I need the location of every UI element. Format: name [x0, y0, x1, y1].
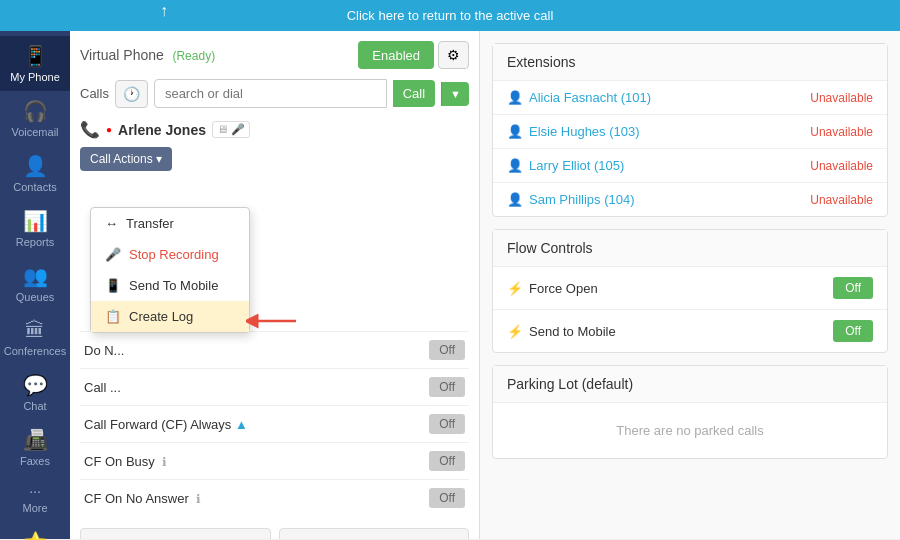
sidebar-item-my-phone[interactable]: 📱 My Phone [0, 36, 70, 91]
do-not-disturb-toggle[interactable]: Off [429, 340, 465, 360]
sidebar-item-reports[interactable]: 📊 Reports [0, 201, 70, 256]
vphone-title: Virtual Phone [80, 47, 164, 63]
force-open-toggle[interactable]: Off [833, 277, 873, 299]
ext-elsie-name: 👤 Elsie Hughes (103) [507, 124, 640, 139]
smart-monitoring-button[interactable]: ⚙ Configure Smart Monitoring [279, 528, 470, 539]
virtual-phone-header: Virtual Phone (Ready) Enabled ⚙ [80, 41, 469, 69]
sidebar-item-voicemail[interactable]: 🎧 Voicemail [0, 91, 70, 146]
cf-no-answer-row: CF On No Answer ℹ Off [80, 479, 469, 516]
call-recording-row: Call ... Off [80, 368, 469, 405]
sidebar-item-contacts[interactable]: 👤 Contacts [0, 146, 70, 201]
call-recording-label: Call ... [84, 380, 121, 395]
sidebar: 📱 My Phone 🎧 Voicemail 👤 Contacts 📊 Repo… [0, 31, 70, 539]
do-not-disturb-label: Do N... [84, 343, 124, 358]
extensions-card: Extensions 👤 Alicia Fasnacht (101) Unava… [492, 43, 888, 217]
cf-no-answer-label: CF On No Answer ℹ [84, 491, 201, 506]
sidebar-label-more: More [22, 502, 47, 514]
stop-recording-icon: 🎤 [105, 247, 121, 262]
sidebar-item-more[interactable]: ··· More [0, 475, 70, 522]
call-dropdown-button[interactable]: ▼ [441, 82, 469, 106]
admin-icon: ⭐ [23, 530, 48, 540]
queues-icon: 👥 [23, 264, 48, 288]
parking-lot-empty: There are no parked calls [493, 403, 887, 458]
faxes-icon: 📠 [23, 428, 48, 452]
vphone-title-group: Virtual Phone (Ready) [80, 47, 215, 63]
recording-dot: ● [106, 124, 112, 135]
call-actions-container: Call Actions ▾ ↔ Transfer 🎤 Stop Recordi… [80, 147, 469, 171]
flow-icon-send-mobile: ⚡ [507, 324, 523, 339]
ext-larry-name: 👤 Larry Elliot (105) [507, 158, 624, 173]
ext-alicia-name: 👤 Alicia Fasnacht (101) [507, 90, 651, 105]
stop-recording-label: Stop Recording [129, 247, 219, 262]
ext-sam-status: Unavailable [810, 193, 873, 207]
person-icon-elsie: 👤 [507, 124, 523, 139]
phone-icon: 📱 [23, 44, 48, 68]
call-actions-button[interactable]: Call Actions ▾ [80, 147, 172, 171]
cf-on-busy-label: CF On Busy ℹ [84, 454, 167, 469]
extensions-header: Extensions [493, 44, 887, 81]
ext-row-alicia: 👤 Alicia Fasnacht (101) Unavailable [493, 81, 887, 115]
create-log-label: Create Log [129, 309, 193, 324]
send-to-mobile-icon: 📱 [105, 278, 121, 293]
sidebar-item-admin[interactable]: ⭐ Admin [0, 522, 70, 540]
follow-me-settings-button[interactable]: ⚙ Follow Me Settings [80, 528, 271, 539]
do-not-disturb-row: Do N... Off [80, 331, 469, 368]
call-history-button[interactable]: 🕐 [115, 80, 148, 108]
ext-larry-status: Unavailable [810, 159, 873, 173]
sidebar-label-contacts: Contacts [13, 181, 56, 193]
active-call-phone-icon: 📞 [80, 120, 100, 139]
send-to-mobile-toggle[interactable]: Off [833, 320, 873, 342]
active-call-row: 📞 ● Arlene Jones 🖥 🎤 [80, 120, 469, 139]
cf-on-busy-toggle[interactable]: Off [429, 451, 465, 471]
cf-no-answer-toggle[interactable]: Off [429, 488, 465, 508]
chat-icon: 💬 [23, 373, 48, 397]
ext-row-sam: 👤 Sam Phillips (104) Unavailable [493, 183, 887, 216]
sidebar-item-chat[interactable]: 💬 Chat [0, 365, 70, 420]
flow-icon-force-open: ⚡ [507, 281, 523, 296]
ext-row-elsie: 👤 Elsie Hughes (103) Unavailable [493, 115, 887, 149]
sidebar-label-reports: Reports [16, 236, 55, 248]
call-actions-label: Call Actions ▾ [90, 152, 162, 166]
call-forward-always-toggle[interactable]: Off [429, 414, 465, 434]
vphone-controls: Enabled ⚙ [358, 41, 469, 69]
force-open-label: ⚡ Force Open [507, 281, 598, 296]
person-icon-sam: 👤 [507, 192, 523, 207]
create-log-menu-item[interactable]: 📋 Create Log [91, 301, 249, 332]
more-icon: ··· [29, 483, 41, 499]
flow-controls-card: Flow Controls ⚡ Force Open Off ⚡ Send to… [492, 229, 888, 353]
return-to-call-bar[interactable]: ↑ Click here to return to the active cal… [0, 0, 900, 31]
send-to-mobile-row: ⚡ Send to Mobile Off [493, 310, 887, 352]
force-open-row: ⚡ Force Open Off [493, 267, 887, 310]
sidebar-item-faxes[interactable]: 📠 Faxes [0, 420, 70, 475]
send-to-mobile-label: Send To Mobile [129, 278, 218, 293]
call-recording-toggle[interactable]: Off [429, 377, 465, 397]
left-panel: Virtual Phone (Ready) Enabled ⚙ Calls 🕐 … [70, 31, 480, 539]
conferences-icon: 🏛 [25, 319, 45, 342]
transfer-menu-item[interactable]: ↔ Transfer [91, 208, 249, 239]
calls-label: Calls [80, 86, 109, 101]
ext-row-larry: 👤 Larry Elliot (105) Unavailable [493, 149, 887, 183]
call-forward-always-label: Call Forward (CF) Always ▲ [84, 417, 248, 432]
sidebar-item-conferences[interactable]: 🏛 Conferences [0, 311, 70, 365]
settings-gear-button[interactable]: ⚙ [438, 41, 469, 69]
transfer-label: Transfer [126, 216, 174, 231]
sidebar-item-queues[interactable]: 👥 Queues [0, 256, 70, 311]
voicemail-icon: 🎧 [23, 99, 48, 123]
search-dial-input[interactable] [154, 79, 387, 108]
stop-recording-menu-item[interactable]: 🎤 Stop Recording [91, 239, 249, 270]
parking-lot-card: Parking Lot (default) There are no parke… [492, 365, 888, 459]
contacts-icon: 👤 [23, 154, 48, 178]
call-actions-dropdown: ↔ Transfer 🎤 Stop Recording 📱 Send To Mo… [90, 207, 250, 333]
red-arrow-indicator [246, 310, 301, 332]
cursor-icon: ↑ [160, 2, 168, 20]
enabled-button[interactable]: Enabled [358, 41, 434, 69]
right-panel: Extensions 👤 Alicia Fasnacht (101) Unava… [480, 31, 900, 539]
person-icon-alicia: 👤 [507, 90, 523, 105]
send-to-mobile-menu-item[interactable]: 📱 Send To Mobile [91, 270, 249, 301]
call-button[interactable]: Call [393, 80, 435, 107]
send-to-mobile-flow-label: ⚡ Send to Mobile [507, 324, 616, 339]
caller-name: Arlene Jones [118, 122, 206, 138]
topbar-message: Click here to return to the active call [347, 8, 554, 23]
calls-search-bar: Calls 🕐 Call ▼ [80, 79, 469, 108]
vphone-status: (Ready) [172, 49, 215, 63]
